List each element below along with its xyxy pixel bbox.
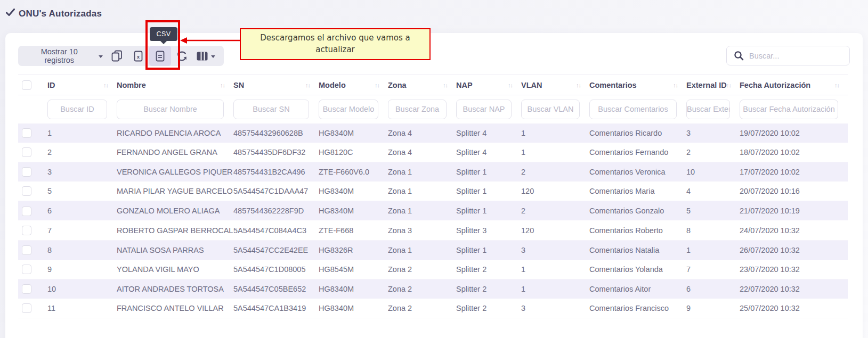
table-row: 5 MARIA PILAR YAGUE BARCELO 5A544547C1DA…: [18, 182, 848, 201]
cell-fecha: 19/07/2020 10:02: [740, 123, 848, 143]
cell-external-id: 7: [686, 260, 740, 279]
filter-input-nap[interactable]: [456, 100, 512, 119]
table-header-row: ID Nombre SN Modelo Zona NAP VLAN Coment…: [18, 75, 848, 95]
column-header-external-id[interactable]: External ID: [686, 75, 740, 95]
cell-nombre: FRANCISCO ANTELO VILLAR: [117, 299, 233, 318]
cell-select: [18, 162, 47, 182]
filter-input-zona[interactable]: [388, 100, 447, 119]
copy-button[interactable]: [106, 46, 128, 66]
filter-input-nombre[interactable]: [117, 100, 224, 119]
length-menu-button[interactable]: Mostrar 10 registros: [25, 47, 106, 64]
cell-zona: Zona 3: [388, 220, 456, 240]
cell-id: 3: [47, 162, 117, 182]
cell-zona: Zona 2: [388, 279, 456, 299]
row-checkbox[interactable]: [22, 207, 31, 216]
cell-id: 9: [47, 260, 117, 279]
cell-external-id: 8: [686, 220, 740, 240]
column-header-zona[interactable]: Zona: [388, 75, 456, 95]
row-checkbox[interactable]: [22, 226, 31, 235]
cell-nap: Splitter 1: [456, 240, 521, 260]
cell-vlan: 1: [521, 143, 589, 162]
cell-select: [18, 299, 47, 318]
filter-input-fecha[interactable]: [740, 100, 838, 119]
table-row: 3 VERONICA GALLEGOS PIQUER 485754431B2CA…: [18, 162, 848, 182]
column-header-id[interactable]: ID: [47, 75, 117, 95]
row-checkbox[interactable]: [22, 265, 31, 274]
cell-sn: 485754435DF6DF32: [233, 143, 319, 162]
cell-select: [18, 123, 47, 143]
cell-nap: Splitter 1: [456, 162, 521, 182]
cell-modelo: ZTE-F660V6.0: [319, 162, 388, 182]
table-row: 7 ROBERTO GASPAR BERROCAL 5A544547C084A4…: [18, 220, 848, 240]
row-checkbox[interactable]: [22, 128, 31, 138]
cell-comentarios: Comentarios Maria: [589, 182, 686, 201]
search-input[interactable]: [726, 46, 850, 65]
cell-select: [18, 240, 47, 260]
cell-nombre: FERNANDO ANGEL GRANA: [117, 143, 233, 162]
cell-external-id: 5: [686, 201, 740, 221]
cell-select: [18, 143, 47, 162]
cell-sn: 4857544362228F9D: [233, 201, 319, 221]
cell-nap: Splitter 4: [456, 143, 521, 162]
cell-comentarios: Comentarios Yolanda: [589, 260, 686, 279]
column-header-modelo[interactable]: Modelo: [319, 75, 388, 95]
cell-zona: Zona 2: [388, 260, 456, 279]
cell-modelo: HG8326R: [319, 240, 388, 260]
cell-nombre: RICARDO PALENCIA AROCA: [117, 123, 233, 143]
cell-select: [18, 220, 47, 240]
cell-fecha: 22/07/2020 10:32: [740, 279, 848, 299]
column-header-fecha-autorizacion[interactable]: Fecha Autorización: [740, 75, 848, 95]
annotation-callout: Descargamos el archivo que vamos a actua…: [240, 28, 431, 60]
cell-vlan: 120: [521, 220, 589, 240]
cell-fecha: 21/07/2020 10:19: [740, 201, 848, 221]
cell-modelo: HG8120C: [319, 143, 388, 162]
filter-input-comentarios[interactable]: [589, 100, 677, 119]
row-checkbox[interactable]: [22, 303, 31, 313]
table-row: 2 FERNANDO ANGEL GRANA 485754435DF6DF32 …: [18, 143, 848, 162]
row-checkbox[interactable]: [22, 284, 31, 294]
cell-sn: 5A544547CA1B3419: [233, 299, 319, 318]
cell-id: 11: [47, 299, 117, 318]
cell-fecha: 23/07/2020 10:32: [740, 260, 848, 279]
column-visibility-button[interactable]: [193, 46, 224, 66]
table-toolbar: Mostrar 10 registros x: [18, 46, 850, 66]
select-all-checkbox[interactable]: [22, 80, 31, 90]
column-header-nap[interactable]: NAP: [456, 75, 521, 95]
column-header-sn[interactable]: SN: [233, 75, 319, 95]
column-header-vlan[interactable]: VLAN: [521, 75, 589, 95]
filter-input-modelo[interactable]: [319, 100, 378, 119]
row-checkbox[interactable]: [22, 245, 31, 255]
cell-nombre: AITOR ANDRADES TORTOSA: [117, 279, 233, 299]
cell-vlan: 120: [521, 182, 589, 201]
filter-input-id[interactable]: [47, 100, 107, 119]
column-header-comentarios[interactable]: Comentarios: [589, 75, 686, 95]
table-filter-row: [18, 95, 848, 123]
filter-input-external-id[interactable]: [686, 100, 730, 119]
cell-nap: Splitter 4: [456, 123, 521, 143]
row-checkbox[interactable]: [22, 147, 31, 157]
annotation-arrow: [180, 35, 241, 46]
cell-nap: Splitter 3: [456, 220, 521, 240]
filter-input-vlan[interactable]: [521, 100, 580, 119]
cell-id: 6: [47, 201, 117, 221]
filter-input-sn[interactable]: [233, 100, 309, 119]
cell-nap: Splitter 2: [456, 260, 521, 279]
cell-vlan: 3: [521, 299, 589, 318]
cell-modelo: ZTE-F668: [319, 220, 388, 240]
content-card: Mostrar 10 registros x: [5, 33, 863, 338]
cell-comentarios: Comentarios Roberto: [589, 220, 686, 240]
row-checkbox[interactable]: [22, 167, 31, 177]
cell-modelo: HG8340M: [319, 123, 388, 143]
cell-select: [18, 201, 47, 221]
cell-fecha: 26/07/2020 10:32: [740, 240, 848, 260]
cell-external-id: 6: [686, 279, 740, 299]
cell-nombre: VERONICA GALLEGOS PIQUER: [117, 162, 233, 182]
column-header-nombre[interactable]: Nombre: [117, 75, 233, 95]
cell-comentarios: Comentarios Veronica: [589, 162, 686, 182]
cell-vlan: 1: [521, 279, 589, 299]
cell-id: 5: [47, 182, 117, 201]
cell-id: 8: [47, 240, 117, 260]
row-checkbox[interactable]: [22, 186, 31, 196]
cell-select: [18, 260, 47, 279]
cell-comentarios: Comentarios Ricardo: [589, 123, 686, 143]
